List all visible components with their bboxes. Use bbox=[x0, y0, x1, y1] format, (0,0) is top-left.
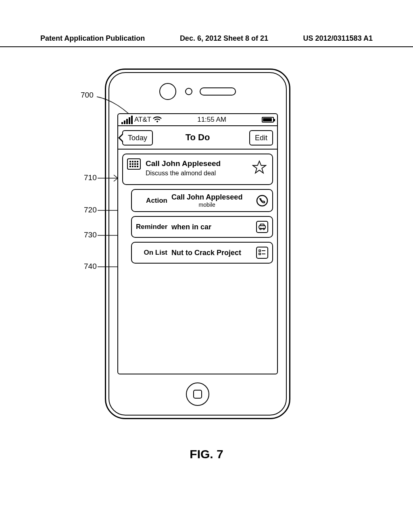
back-label: Today bbox=[128, 134, 147, 142]
reminder-value: when in car bbox=[171, 223, 211, 231]
sensor-icon bbox=[185, 88, 192, 95]
todo-title: Call John Appleseed bbox=[146, 159, 221, 168]
screen: AT&T 11:55 AM Today To Do bbox=[117, 113, 278, 374]
figure-label: FIG. 7 bbox=[0, 447, 413, 461]
carrier-label: AT&T bbox=[134, 116, 151, 124]
camera-icon bbox=[159, 83, 176, 100]
svg-marker-1 bbox=[253, 161, 266, 173]
svg-point-0 bbox=[156, 121, 158, 123]
onlist-row[interactable]: On List Nut to Crack Project bbox=[131, 242, 273, 264]
grid-icon bbox=[127, 158, 141, 170]
page-header: Patent Application Publication Dec. 6, 2… bbox=[40, 34, 373, 43]
reminder-row[interactable]: Reminder when in car bbox=[131, 216, 273, 238]
nav-bar: Today To Do Edit bbox=[118, 126, 277, 150]
home-icon bbox=[193, 390, 202, 399]
svg-rect-7 bbox=[259, 253, 261, 255]
pub-label: Patent Application Publication bbox=[40, 34, 145, 43]
action-value: Call John Appleseed bbox=[171, 193, 242, 202]
reminder-label: Reminder bbox=[136, 223, 167, 231]
phone-icon bbox=[256, 195, 268, 207]
action-label: Action bbox=[136, 197, 167, 205]
header-rule bbox=[0, 46, 413, 47]
list-icon bbox=[256, 247, 268, 259]
todo-subtitle: Discuss the almond deal bbox=[146, 170, 221, 177]
callout-720: 720 bbox=[84, 206, 97, 214]
todo-item[interactable]: Call John Appleseed Discuss the almond d… bbox=[122, 154, 273, 185]
onlist-value: Nut to Crack Project bbox=[171, 249, 241, 257]
nav-title: To Do bbox=[186, 132, 210, 143]
callout-710: 710 bbox=[84, 173, 97, 182]
svg-point-5 bbox=[263, 228, 265, 230]
phone: AT&T 11:55 AM Today To Do bbox=[105, 69, 290, 419]
status-time: 11:55 AM bbox=[162, 116, 262, 124]
back-today-button[interactable]: Today bbox=[122, 130, 153, 145]
star-icon[interactable] bbox=[252, 160, 267, 175]
signal-icon bbox=[121, 116, 133, 124]
status-bar: AT&T 11:55 AM bbox=[118, 114, 277, 126]
onlist-label: On List bbox=[136, 249, 167, 257]
home-button[interactable] bbox=[186, 382, 209, 406]
callout-700: 700 bbox=[81, 91, 94, 100]
callout-740: 740 bbox=[84, 262, 97, 271]
car-icon bbox=[256, 221, 268, 233]
callout-730: 730 bbox=[84, 231, 97, 239]
svg-point-4 bbox=[260, 228, 261, 230]
action-row[interactable]: Action Call John Appleseed mobile bbox=[131, 189, 273, 212]
wifi-icon bbox=[153, 116, 162, 123]
edit-button[interactable]: Edit bbox=[249, 130, 273, 145]
battery-icon bbox=[262, 117, 274, 123]
content: Call John Appleseed Discuss the almond d… bbox=[118, 150, 277, 268]
speaker-icon bbox=[200, 87, 236, 96]
phone-top-hardware bbox=[109, 83, 286, 100]
pub-number: US 2012/0311583 A1 bbox=[303, 34, 373, 43]
edit-label: Edit bbox=[255, 134, 267, 142]
date-sheet: Dec. 6, 2012 Sheet 8 of 21 bbox=[180, 34, 268, 43]
svg-rect-6 bbox=[259, 250, 261, 251]
action-subvalue: mobile bbox=[171, 202, 242, 208]
